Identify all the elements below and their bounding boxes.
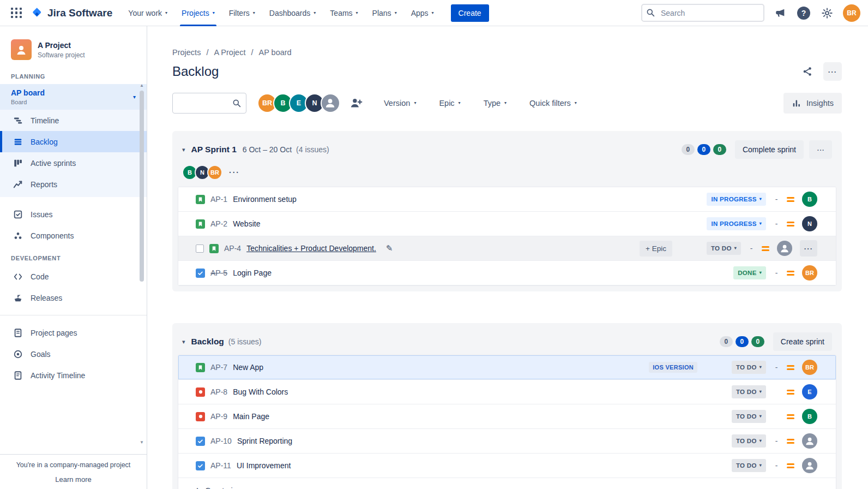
nav-projects[interactable]: Projects▾ — [174, 0, 222, 26]
avatar-e[interactable]: E — [802, 384, 817, 399]
status-dropdown[interactable]: IN PROGRESS▾ — [707, 193, 766, 206]
status-dropdown[interactable]: TO DO▾ — [732, 410, 766, 423]
nav-teams[interactable]: Teams▾ — [323, 0, 365, 26]
issue-row-ap-4[interactable]: AP-4Technicalities + Product Development… — [178, 236, 836, 261]
sidebar-item-goals[interactable]: Goals — [0, 343, 147, 365]
issue-summary[interactable]: UI Improvement — [237, 461, 291, 470]
generic-avatar-icon[interactable] — [802, 458, 817, 473]
sprint-avatar-row: BNBR ··· — [178, 163, 836, 187]
filter-version[interactable]: Version▾ — [384, 99, 416, 108]
sidebar-item-active-sprints[interactable]: Active sprints — [0, 152, 147, 174]
generic-avatar-icon[interactable] — [321, 93, 340, 113]
generic-avatar-icon[interactable] — [777, 241, 792, 256]
scroll-down-arrow-icon[interactable]: ▼ — [138, 439, 145, 445]
create-button[interactable]: Create — [451, 4, 489, 22]
issue-row-ap-10[interactable]: AP-10Sprint ReportingTO DO▾- — [178, 429, 836, 454]
nav-dashboards[interactable]: Dashboards▾ — [262, 0, 323, 26]
issue-row-ap-5[interactable]: AP-5Login PageDONE▾-BR — [178, 261, 836, 285]
status-dropdown[interactable]: DONE▾ — [733, 266, 766, 279]
issue-row-ap-1[interactable]: AP-1Environment setupIN PROGRESS▾-B — [178, 187, 836, 212]
nav-filters[interactable]: Filters▾ — [222, 0, 262, 26]
issue-summary[interactable]: Main Page — [233, 412, 269, 421]
issue-more-button[interactable]: ··· — [800, 240, 817, 257]
sprint-title[interactable]: AP Sprint 1 — [191, 145, 237, 154]
sidebar-item-activity-timeline[interactable]: Activity Timeline — [0, 365, 147, 386]
project-avatar — [11, 39, 32, 60]
breadcrumb-projects[interactable]: Projects — [172, 48, 201, 57]
issue-row-ap-2[interactable]: AP-2WebsiteIN PROGRESS▾-N — [178, 212, 836, 236]
scroll-up-arrow-icon[interactable]: ▲ — [138, 82, 145, 88]
issue-summary[interactable]: Bug With Colors — [233, 387, 288, 396]
status-dropdown[interactable]: TO DO▾ — [732, 434, 766, 448]
issue-summary[interactable]: Environment setup — [233, 195, 297, 204]
sprint-more-button[interactable]: ··· — [809, 140, 832, 159]
filter-quick-filters[interactable]: Quick filters▾ — [529, 99, 577, 108]
avatar-br[interactable]: BR — [207, 165, 222, 180]
jira-logo[interactable]: Jira Software — [31, 7, 112, 20]
create-issue-button[interactable]: + Create issue — [178, 478, 836, 489]
backlog-title[interactable]: Backlog — [191, 337, 224, 347]
status-dropdown[interactable]: TO DO▾ — [732, 361, 766, 374]
status-dropdown[interactable]: IN PROGRESS▾ — [707, 217, 766, 230]
issue-summary[interactable]: New App — [233, 363, 263, 372]
sidebar-item-code[interactable]: Code — [0, 266, 147, 287]
add-people-icon[interactable] — [349, 96, 363, 110]
filter-epic[interactable]: Epic▾ — [439, 99, 460, 108]
add-epic-button[interactable]: + Epic — [640, 241, 672, 257]
global-search-input[interactable] — [641, 4, 764, 22]
breadcrumb-project[interactable]: A Project — [214, 48, 245, 57]
avatar-b[interactable]: B — [802, 409, 817, 424]
sidebar-item-project-pages[interactable]: Project pages — [0, 322, 147, 343]
breadcrumb-board[interactable]: AP board — [258, 48, 291, 57]
avatar-n[interactable]: N — [802, 216, 817, 231]
avatar-br[interactable]: BR — [802, 360, 817, 375]
issue-row-ap-7[interactable]: AP-7New AppIOS VERSIONTO DO▾-BR — [178, 355, 836, 380]
complete-sprint-button[interactable]: Complete sprint — [735, 140, 804, 159]
status-slot: TO DO▾ — [705, 361, 766, 374]
issue-row-ap-9[interactable]: AP-9Main PageTO DO▾B — [178, 404, 836, 429]
sidebar-scrollbar[interactable]: ▲ ▼ — [138, 82, 145, 445]
sidebar-item-issues[interactable]: Issues — [0, 204, 147, 225]
nav-plans[interactable]: Plans▾ — [365, 0, 404, 26]
collapse-chevron-icon[interactable]: ▾ — [182, 338, 185, 345]
user-avatar[interactable]: BR — [843, 4, 860, 22]
project-header[interactable]: A Project Software project — [0, 26, 147, 64]
issue-summary[interactable]: Login Page — [233, 269, 272, 277]
filter-type[interactable]: Type▾ — [484, 99, 507, 108]
create-sprint-button[interactable]: Create sprint — [773, 332, 832, 351]
issue-summary[interactable]: Technicalities + Product Development. — [246, 244, 376, 253]
status-dropdown[interactable]: TO DO▾ — [732, 385, 766, 398]
issue-summary[interactable]: Sprint Reporting — [237, 437, 292, 445]
issue-row-ap-8[interactable]: AP-8Bug With ColorsTO DO▾E — [178, 380, 836, 404]
status-dropdown[interactable]: TO DO▾ — [732, 459, 766, 472]
nav-apps[interactable]: Apps▾ — [404, 0, 441, 26]
announcements-icon[interactable] — [773, 5, 788, 21]
scrollbar-thumb[interactable] — [140, 91, 144, 282]
sidebar-item-releases[interactable]: Releases — [0, 287, 147, 308]
app-switcher-icon[interactable] — [8, 4, 25, 22]
nav-your-work[interactable]: Your work▾ — [121, 0, 174, 26]
sprint-avatars-more-button[interactable]: ··· — [229, 168, 240, 177]
sidebar-item-timeline[interactable]: Timeline — [0, 110, 147, 131]
edit-pencil-icon[interactable]: ✎ — [386, 243, 393, 253]
board-switcher[interactable]: AP board Board ▾ — [0, 84, 147, 110]
sidebar-item-backlog[interactable]: Backlog — [0, 131, 147, 152]
issue-row-ap-11[interactable]: AP-11UI ImprovementTO DO▾- — [178, 454, 836, 478]
help-icon[interactable]: ? — [796, 5, 811, 21]
avatar-b[interactable]: B — [802, 192, 817, 207]
chart-icon — [13, 180, 23, 189]
learn-more-link[interactable]: Learn more — [4, 475, 142, 484]
share-icon[interactable] — [798, 62, 817, 81]
issue-summary[interactable]: Website — [233, 219, 260, 228]
sidebar-item-components[interactable]: Components — [0, 225, 147, 246]
sidebar-item-reports[interactable]: Reports — [0, 174, 147, 195]
settings-gear-icon[interactable] — [819, 5, 835, 21]
status-dropdown[interactable]: TO DO▾ — [707, 242, 741, 255]
generic-avatar-icon[interactable] — [802, 433, 817, 449]
insights-button[interactable]: Insights — [783, 93, 842, 114]
issue-type-task-icon — [196, 269, 205, 278]
issue-checkbox[interactable] — [196, 244, 204, 253]
page-more-button[interactable]: ··· — [823, 62, 842, 81]
collapse-chevron-icon[interactable]: ▾ — [182, 146, 185, 153]
avatar-br[interactable]: BR — [802, 265, 817, 281]
